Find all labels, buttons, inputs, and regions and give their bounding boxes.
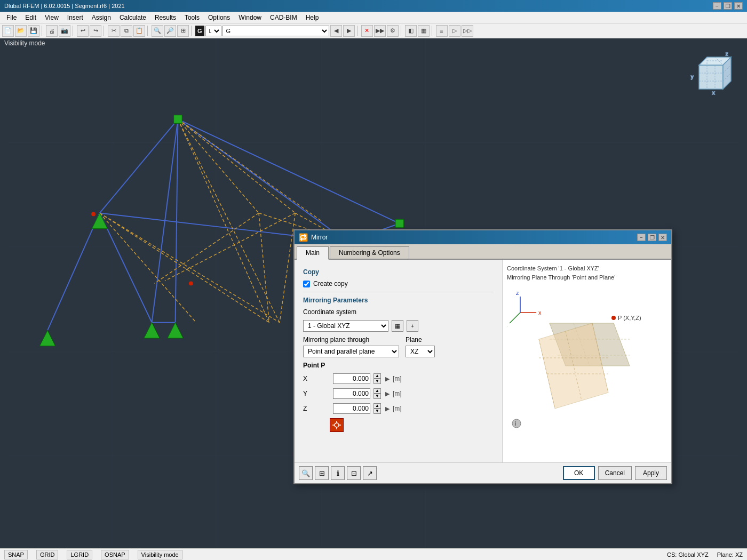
z-input[interactable]: 0.000: [333, 403, 370, 414]
mirroring-plane-col: Mirroring plane through Point and parall…: [303, 336, 399, 357]
tb-more2[interactable]: ▷: [449, 25, 460, 37]
visibility-mode-status[interactable]: Visibility mode: [138, 550, 182, 559]
x-input[interactable]: 0.000: [333, 373, 370, 384]
dialog-restore-button[interactable]: ❐: [648, 234, 656, 241]
tb-cut[interactable]: ✂: [108, 25, 120, 37]
tb-prev[interactable]: ◀: [330, 25, 342, 37]
lgrid-toggle[interactable]: LGRID: [67, 550, 92, 559]
menu-help[interactable]: Help: [301, 13, 323, 22]
x-spinner[interactable]: ▲ ▼: [374, 373, 381, 384]
tb-new[interactable]: 📄: [2, 25, 14, 37]
plane-status: Plane: XZ: [717, 551, 743, 558]
coord-system-label: Coordinate system: [303, 308, 362, 316]
x-spin-down[interactable]: ▼: [374, 379, 381, 384]
plane-combo[interactable]: XZ XY YZ: [406, 346, 435, 357]
menu-cad-bim[interactable]: CAD-BIM: [266, 13, 301, 22]
tb-zoom-out[interactable]: 🔎: [164, 25, 176, 37]
dialog-close-button[interactable]: ✕: [658, 234, 667, 241]
dialog-footer-right: OK Cancel Apply: [563, 466, 667, 480]
svg-point-84: [512, 419, 521, 428]
coord-preview-svg: y x z P (X,Y,Z): [507, 286, 656, 430]
coord-system-combo[interactable]: 1 - Global XYZ: [303, 320, 388, 332]
grid-toggle[interactable]: GRID: [36, 550, 59, 559]
pick-point-button[interactable]: [330, 418, 344, 432]
ok-button[interactable]: OK: [563, 466, 595, 480]
menu-calculate[interactable]: Calculate: [115, 13, 150, 22]
x-spin-up[interactable]: ▲: [374, 373, 381, 379]
tb-save[interactable]: 💾: [28, 25, 39, 37]
tb-more1[interactable]: ≡: [436, 25, 448, 37]
z-spin-down[interactable]: ▼: [374, 409, 381, 414]
y-input[interactable]: 0.000: [333, 388, 370, 399]
tb-undo[interactable]: ↩: [77, 25, 89, 37]
coord-btn-2[interactable]: +: [407, 320, 418, 332]
footer-copy-btn[interactable]: ⊡: [347, 466, 361, 480]
mirroring-params-title: Mirroring Parameters: [303, 297, 494, 304]
tab-numbering-options[interactable]: Numbering & Options: [330, 246, 409, 259]
copy-section-title: Copy: [303, 268, 494, 276]
coord-system-input-row: 1 - Global XYZ ▦ +: [303, 320, 494, 332]
titlebar-controls[interactable]: − ❐ ✕: [713, 2, 743, 10]
tb-copy[interactable]: ⧉: [121, 25, 132, 37]
tb-options[interactable]: ⚙: [387, 25, 399, 37]
plane-col: Plane XZ XY YZ: [406, 336, 435, 357]
create-copy-checkbox[interactable]: [303, 281, 310, 287]
tb-open[interactable]: 📂: [15, 25, 27, 37]
mirroring-plane-combo[interactable]: Point and parallel plane 3 Points: [303, 346, 399, 357]
tb-view2[interactable]: ▦: [418, 25, 430, 37]
help-icon[interactable]: i: [512, 419, 521, 428]
y-spin-down[interactable]: ▼: [374, 394, 381, 399]
menu-tools[interactable]: Tools: [180, 13, 204, 22]
restore-button[interactable]: ❐: [724, 2, 732, 10]
z-spinner[interactable]: ▲ ▼: [374, 403, 381, 414]
menu-edit[interactable]: Edit: [21, 13, 41, 22]
menu-options[interactable]: Options: [204, 13, 234, 22]
tb-delete[interactable]: ✕: [361, 25, 373, 37]
z-spin-up[interactable]: ▲: [374, 403, 381, 409]
sep-3: [104, 26, 106, 36]
footer-info-btn[interactable]: ℹ: [331, 466, 345, 480]
lc-combo2[interactable]: G: [222, 26, 329, 36]
sep-6: [357, 26, 359, 36]
dialog-title-controls[interactable]: − ❐ ✕: [637, 234, 667, 241]
svg-text:z: z: [726, 51, 728, 57]
tb-next[interactable]: ▶: [343, 25, 355, 37]
lc-combo[interactable]: LC1: [205, 26, 221, 36]
minimize-button[interactable]: −: [713, 2, 721, 10]
footer-grid-btn[interactable]: ⊞: [315, 466, 329, 480]
osnap-toggle[interactable]: OSNAP: [101, 550, 129, 559]
svg-point-58: [335, 423, 339, 427]
dialog-min-button[interactable]: −: [637, 234, 646, 241]
coord-system-status: CS: Global XYZ: [667, 551, 709, 558]
navigation-cube[interactable]: y x z: [688, 49, 736, 97]
close-button[interactable]: ✕: [734, 2, 743, 10]
lc-label: G: [195, 26, 204, 36]
menu-window[interactable]: Window: [234, 13, 266, 22]
tb-print[interactable]: 🖨: [46, 25, 58, 37]
menu-view[interactable]: View: [41, 13, 63, 22]
tab-main[interactable]: Main: [297, 246, 329, 260]
footer-export-btn[interactable]: ↗: [363, 466, 377, 480]
snap-toggle[interactable]: SNAP: [4, 550, 28, 559]
tb-zoom-in[interactable]: 🔍: [152, 25, 163, 37]
coord-btn-1[interactable]: ▦: [392, 320, 403, 332]
tb-screenshot[interactable]: 📷: [59, 25, 70, 37]
tb-zoom-all[interactable]: ⊞: [177, 25, 189, 37]
tb-more3[interactable]: ▷▷: [462, 25, 473, 37]
svg-point-42: [91, 212, 96, 217]
tb-view1[interactable]: ◧: [405, 25, 417, 37]
apply-button[interactable]: Apply: [635, 466, 667, 480]
tb-redo[interactable]: ↪: [90, 25, 101, 37]
menu-file[interactable]: File: [2, 13, 21, 22]
y-spin-up[interactable]: ▲: [374, 388, 381, 394]
mirroring-plane-label: Mirroring plane through: [303, 336, 399, 343]
menu-assign[interactable]: Assign: [88, 13, 115, 22]
tb-run[interactable]: ▶▶: [374, 25, 386, 37]
y-spinner[interactable]: ▲ ▼: [374, 388, 381, 399]
footer-search-btn[interactable]: 🔍: [299, 466, 313, 480]
menu-results[interactable]: Results: [150, 13, 180, 22]
menu-insert[interactable]: Insert: [63, 13, 88, 22]
svg-point-70: [611, 316, 616, 320]
tb-paste[interactable]: 📋: [133, 25, 145, 37]
cancel-button[interactable]: Cancel: [598, 466, 632, 480]
